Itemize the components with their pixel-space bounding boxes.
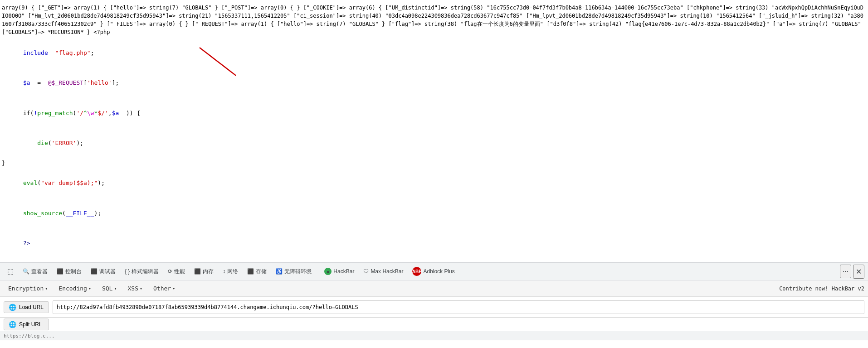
code-line-7: show_source(__FILE__);	[2, 198, 866, 228]
encryption-label: Encryption	[8, 285, 44, 292]
dock-button[interactable]: ⬚	[4, 266, 17, 277]
encryption-arrow: ▾	[45, 286, 48, 291]
php-source-code: include "flag.php"; $a = @$_REQUEST['hel…	[2, 38, 866, 258]
hackbar-url-bar: 🌐 Load URL	[0, 297, 868, 318]
split-url-button[interactable]: 🌐 Split URL	[4, 319, 49, 330]
load-url-button[interactable]: 🌐 Load URL	[4, 301, 49, 313]
performance-icon: ⟳	[168, 268, 172, 275]
split-url-icon: 🌐	[9, 321, 16, 328]
main-content: array(9) { ["_GET"]=> array(1) { ["hello…	[0, 0, 868, 262]
url-input[interactable]	[53, 300, 864, 314]
memory-icon: ⬛	[194, 268, 201, 275]
storage-icon: ⬛	[247, 268, 254, 275]
console-button[interactable]: ⬛ 控制台	[53, 266, 85, 277]
contribute-text: Contribute now!	[779, 285, 828, 292]
code-line-4: die('ERROR');	[2, 128, 866, 158]
inspector-button[interactable]: 🔍 查看器	[19, 266, 51, 277]
accessibility-label: 无障碍环境	[284, 268, 312, 276]
adblock-label: Adblock Plus	[423, 268, 454, 275]
network-label: 网络	[227, 268, 238, 276]
encryption-menu[interactable]: Encryption ▾	[4, 283, 52, 294]
status-bar: https://blog.c...	[0, 331, 868, 340]
request-call: @$_REQUEST	[48, 79, 83, 86]
string-literal: "flag.php"	[55, 49, 90, 56]
split-url-label: Split URL	[19, 321, 42, 328]
dock-icon: ⬚	[7, 267, 14, 276]
sql-label: SQL	[102, 285, 112, 292]
debugger-button[interactable]: ⬛ 调试器	[87, 266, 119, 277]
style-editor-icon: { }	[125, 268, 130, 275]
hackbar-dot-icon: ●	[324, 268, 332, 275]
adblock-button[interactable]: ABP Adblock Plus	[409, 265, 458, 278]
load-url-icon: 🌐	[9, 304, 16, 311]
encoding-menu[interactable]: Encoding ▾	[54, 283, 96, 294]
memory-label: 内存	[203, 268, 214, 276]
xss-arrow: ▾	[140, 286, 142, 291]
include-keyword: include	[23, 49, 48, 56]
hello-string: 'hello'	[87, 79, 112, 86]
hackbar-label: HackBar	[333, 268, 354, 275]
encoding-arrow: ▾	[88, 286, 91, 291]
hackbar-split-url-bar: 🌐 Split URL	[0, 318, 868, 331]
inspector-icon: 🔍	[23, 268, 29, 275]
var-a: $a	[23, 79, 30, 86]
code-line-6: eval("var_dump($$a);");	[2, 168, 866, 198]
contribute-link[interactable]: Contribute now! HackBar v2	[779, 285, 864, 292]
other-label: Other	[153, 285, 171, 292]
code-line-1: include "flag.php";	[2, 38, 866, 68]
style-editor-button[interactable]: { } 样式编辑器	[121, 266, 162, 277]
code-line-5: }	[2, 158, 866, 168]
version-text: HackBar v2	[829, 285, 864, 292]
network-button[interactable]: ↕ 网络	[219, 266, 242, 277]
performance-label: 性能	[174, 268, 185, 276]
code-line-2: $a = @$_REQUEST['hello'];	[2, 68, 866, 98]
xss-menu[interactable]: XSS ▾	[123, 283, 147, 294]
load-url-label: Load URL	[19, 304, 44, 310]
status-url: https://blog.c...	[4, 333, 55, 339]
console-label: 控制台	[65, 268, 82, 276]
hackbar-button[interactable]: ● HackBar	[321, 266, 358, 277]
max-hackbar-label: Max HackBar	[371, 268, 403, 275]
more-options-button[interactable]: ···	[840, 265, 851, 278]
performance-button[interactable]: ⟳ 性能	[164, 266, 189, 277]
hackbar-menu-bar: Encryption ▾ Encoding ▾ SQL ▾ XSS ▾ Othe…	[0, 280, 868, 297]
devtools-toolbar: ⬚ 🔍 查看器 ⬛ 控制台 ⬛ 调试器 { } 样式编辑器 ⟳ 性能 ⬛ 内存 …	[0, 262, 868, 280]
code-line-3: if(!preg_match('/^\w*$/',$a )) {	[2, 98, 866, 128]
max-hackbar-button[interactable]: 🛡 Max HackBar	[360, 266, 407, 276]
debugger-label: 调试器	[99, 268, 116, 276]
var-dump-output: array(9) { ["_GET"]=> array(1) { ["hello…	[2, 4, 866, 36]
sql-arrow: ▾	[114, 286, 117, 291]
xss-label: XSS	[127, 285, 138, 292]
shield-icon: 🛡	[363, 268, 369, 275]
memory-button[interactable]: ⬛ 内存	[190, 266, 217, 277]
storage-label: 存储	[256, 268, 267, 276]
accessibility-button[interactable]: ♿ 无障碍环境	[272, 266, 315, 277]
encoding-label: Encoding	[59, 285, 87, 292]
sql-menu[interactable]: SQL ▾	[98, 283, 122, 294]
network-icon: ↕	[223, 268, 225, 275]
code-line-8: ?>	[2, 228, 866, 258]
style-editor-label: 样式编辑器	[132, 268, 159, 276]
close-devtools-button[interactable]: ✕	[853, 265, 864, 279]
debugger-icon: ⬛	[91, 268, 98, 275]
preg-match: preg_match	[37, 110, 73, 116]
inspector-label: 查看器	[31, 268, 48, 276]
console-icon: ⬛	[57, 268, 63, 275]
storage-button[interactable]: ⬛ 存储	[244, 266, 270, 277]
other-menu[interactable]: Other ▾	[149, 283, 180, 294]
accessibility-icon: ♿	[276, 268, 283, 275]
other-arrow: ▾	[172, 286, 175, 291]
adblock-icon: ABP	[412, 267, 421, 276]
